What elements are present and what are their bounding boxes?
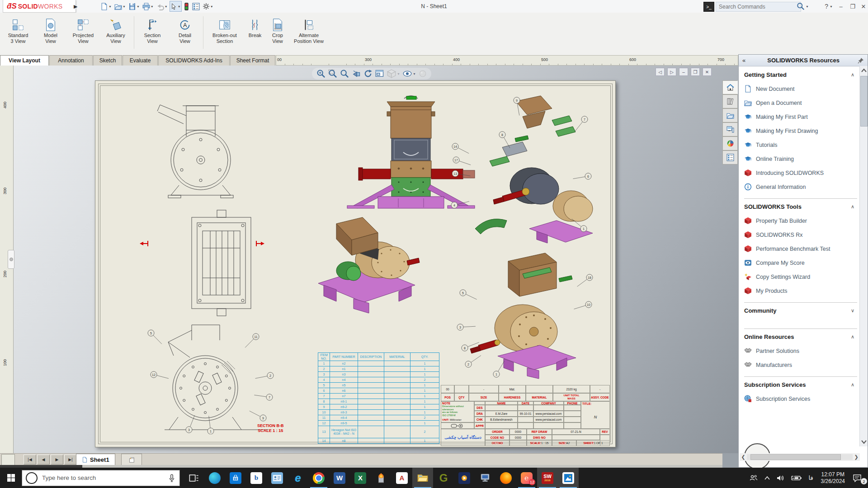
taskbar-firefox-icon[interactable] xyxy=(495,468,516,488)
taskpane-item-partner-solutions[interactable]: Partner Solutions xyxy=(744,344,858,358)
next-window-button[interactable]: ▷ xyxy=(667,68,676,76)
taskbar-remote-pc-icon[interactable] xyxy=(475,468,495,488)
task-pane-horizontal-scrollbar[interactable]: ❮ ❯ xyxy=(740,453,860,461)
selection-filter-button[interactable] xyxy=(183,1,190,12)
chevron-up-icon[interactable]: ∧ xyxy=(851,334,857,340)
taskbar-solidworks-icon[interactable]: SW 2016 xyxy=(537,468,558,488)
menu-flyout-arrow-icon[interactable]: ▶ xyxy=(74,2,80,11)
microphone-icon[interactable] xyxy=(169,474,175,482)
taskbar-word-icon[interactable]: W xyxy=(329,468,350,488)
zoom-to-fit-button[interactable] xyxy=(316,69,326,78)
dropdown-arrow-icon[interactable]: ▼ xyxy=(123,5,126,8)
show-hidden-icons-chevron[interactable] xyxy=(761,468,774,488)
chevron-down-icon[interactable]: ∨ xyxy=(851,308,857,314)
sheet-properties-button[interactable] xyxy=(375,69,384,78)
first-sheet-button[interactable]: |◀ xyxy=(24,455,36,465)
dropdown-arrow-icon[interactable]: ▼ xyxy=(178,5,181,8)
taskbar-media-player-icon[interactable] xyxy=(454,468,475,488)
bom-row[interactable]: 10n9-31 xyxy=(318,410,439,415)
taskpane-item-new-document[interactable]: New Document xyxy=(744,82,858,96)
bom-row[interactable]: 12n9-51 xyxy=(318,421,439,426)
taskbar-chrome-icon[interactable] xyxy=(308,468,329,488)
taskbar-orange-app-icon[interactable]: ℮12 xyxy=(516,468,537,488)
bom-row[interactable]: 6n61 xyxy=(318,388,439,394)
chevron-up-icon[interactable]: ∧ xyxy=(851,204,857,210)
previous-sheet-button[interactable]: ◀ xyxy=(37,455,50,465)
start-button[interactable] xyxy=(0,468,22,488)
taskbar-b-app-icon[interactable]: b xyxy=(246,468,267,488)
taskpane-item-subscription-services[interactable]: Subscription Services xyxy=(744,392,858,406)
scroll-down-icon[interactable] xyxy=(860,437,868,446)
taskpane-item-making-my-first-part[interactable]: Making My First Part xyxy=(744,110,858,124)
taskpane-section-header[interactable]: Community∨ xyxy=(744,307,857,314)
sheet-tab[interactable]: Sheet1 xyxy=(76,454,115,465)
section-view-button[interactable]: SectionView xyxy=(136,14,169,44)
drawing-view-isometric-color[interactable] xyxy=(310,216,423,317)
solidworks-logo[interactable]: ƌS SOLIDWORKS xyxy=(3,0,76,13)
taskpane-item-open-a-document[interactable]: Open a Document xyxy=(744,96,858,110)
last-sheet-button[interactable]: ▶| xyxy=(64,455,77,465)
taskpane-section-header[interactable]: Online Resources∧ xyxy=(744,333,857,340)
taskbar-clock[interactable]: 12:07 PM 3/26/2024 xyxy=(816,468,849,488)
taskbar-search-input[interactable] xyxy=(41,474,164,482)
taskpane-item-solidworks-rx[interactable]: SOLIDWORKS Rx xyxy=(744,228,858,242)
title-block[interactable]: 00-Mat.2320 kg-POSQTYSIZEHARDNESSMATERIA… xyxy=(441,385,610,446)
chevron-up-icon[interactable]: ∧ xyxy=(851,382,857,388)
hide-show-items-button[interactable]: ▼ xyxy=(403,69,416,78)
console-icon[interactable]: >_ xyxy=(703,2,714,12)
bom-row[interactable]: 3n31 xyxy=(318,372,439,377)
options-button[interactable]: ▼ xyxy=(202,1,214,12)
tab-evaluate[interactable]: Evaluate xyxy=(123,55,158,66)
taskbar-ie-icon[interactable]: e xyxy=(288,468,308,488)
zoom-to-area-button[interactable] xyxy=(328,69,337,78)
drawing-view-exploded-bottom[interactable]: 518382110 xyxy=(455,251,597,380)
drawing-view-exploded-top[interactable]: 141713947618 xyxy=(448,93,595,263)
drawing-sheet[interactable]: 5112793112 SECTION B-BSCALE 1 : 15 xyxy=(95,80,616,447)
child-close-button[interactable]: ✕ xyxy=(703,68,712,76)
command-search-input[interactable] xyxy=(716,2,801,12)
bom-row[interactable]: 11n9-42 xyxy=(318,415,439,421)
auxiliary-view-button[interactable]: AuxiliaryView xyxy=(99,14,132,44)
bom-row[interactable]: 9n9-21 xyxy=(318,404,439,410)
taskpane-item-online-training[interactable]: Online Training xyxy=(744,152,858,166)
zoom-in-out-button[interactable] xyxy=(340,69,349,78)
collapse-chevron-icon[interactable]: « xyxy=(739,57,749,64)
command-search-go[interactable]: ▼ xyxy=(797,2,812,11)
action-center-icon[interactable]: 2 xyxy=(849,468,868,488)
drawing-view-top[interactable] xyxy=(189,209,254,317)
taskpane-item-my-products[interactable]: My Products xyxy=(744,284,858,298)
alternate-position-view-button[interactable]: AlternatePosition View xyxy=(289,14,328,44)
hscroll-thumb[interactable] xyxy=(750,454,841,460)
next-sheet-button[interactable]: ▶ xyxy=(51,455,63,465)
dropdown-arrow-icon[interactable]: ▼ xyxy=(151,5,154,8)
redraw-button[interactable] xyxy=(363,69,373,78)
bom-row[interactable]: 14n81 xyxy=(318,438,439,444)
rebuild-button[interactable] xyxy=(191,1,201,12)
taskbar-file-explorer-icon[interactable] xyxy=(412,468,433,488)
broken-out-section-button[interactable]: Broken-outSection xyxy=(205,14,244,44)
dropdown-arrow-icon[interactable]: ▼ xyxy=(108,5,112,8)
tab-sheet-format[interactable]: Sheet Format xyxy=(230,55,275,66)
child-minimize-button[interactable]: – xyxy=(679,68,688,76)
scroll-up-icon[interactable] xyxy=(860,66,868,75)
taskpane-item-making-my-first-drawing[interactable]: Making My First Drawing xyxy=(744,124,858,138)
taskpane-item-introducing-solidworks[interactable]: Introducing SOLIDWORKS xyxy=(744,166,858,180)
child-restore-button[interactable]: ❐ xyxy=(691,68,700,76)
taskbar-photos-icon[interactable] xyxy=(558,468,579,488)
save-button[interactable]: ▼ xyxy=(127,1,141,12)
taskbar-excel-icon[interactable]: X xyxy=(350,468,371,488)
drawing-view-section-bb[interactable]: 5112793112 xyxy=(142,321,275,434)
bom-row[interactable]: 4n42 xyxy=(318,377,439,383)
restore-button[interactable]: ❐ xyxy=(847,1,858,11)
tab-view-layout[interactable]: View Layout xyxy=(0,55,49,66)
break-button[interactable]: ʃ Break xyxy=(244,14,266,38)
previous-window-button[interactable]: ◁ xyxy=(656,68,665,76)
bom-row[interactable]: 2n11 xyxy=(318,366,439,372)
drawing-view-front[interactable] xyxy=(147,98,254,202)
bom-row[interactable]: 13Hexagon Nut ISO 4034 - M42 - N2 xyxy=(318,426,439,438)
task-pane-tab-design-library[interactable] xyxy=(722,94,738,108)
tab-sketch[interactable]: Sketch xyxy=(93,55,122,66)
close-button[interactable]: ✕ xyxy=(858,1,868,11)
taskpane-item-tutorials[interactable]: Tutorials xyxy=(744,138,858,152)
tab-solidworks-add-ins[interactable]: SOLIDWORKS Add-Ins xyxy=(158,55,230,66)
